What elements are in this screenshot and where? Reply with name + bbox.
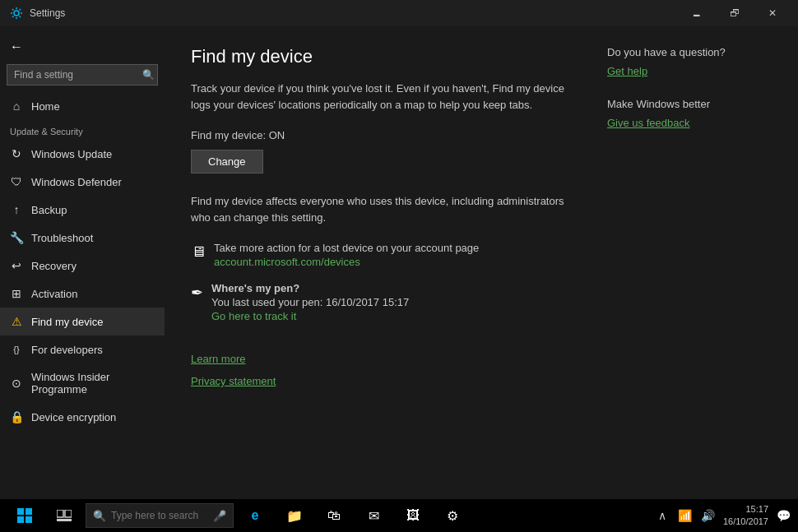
backup-icon: ↑ xyxy=(10,203,23,216)
task-view-icon xyxy=(57,510,72,521)
sidebar: ← 🔍 ⌂ Home Update & Security ↻ Windows U… xyxy=(0,26,165,499)
svg-rect-7 xyxy=(57,519,72,521)
account-action-content: Take more action for a lost device on yo… xyxy=(214,242,479,269)
back-button[interactable]: ← xyxy=(0,33,165,61)
sidebar-item-backup-label: Backup xyxy=(31,204,67,216)
learn-more-link[interactable]: Learn more xyxy=(191,353,574,365)
account-action-text: Take more action for a lost device on yo… xyxy=(214,242,479,254)
taskbar-search-icon: 🔍 xyxy=(93,510,106,522)
svg-rect-6 xyxy=(65,510,72,517)
sidebar-section-label: Update & Security xyxy=(0,120,165,140)
right-feedback-title: Make Windows better xyxy=(607,98,772,110)
close-button[interactable]: ✕ xyxy=(754,0,791,26)
svg-rect-4 xyxy=(26,516,32,523)
taskbar-time-value: 15:17 xyxy=(723,503,768,516)
taskbar-left: 🔍 🎤 e 📁 🛍 ✉ 🖼 ⚙ xyxy=(7,499,471,532)
sidebar-item-windows-defender-label: Windows Defender xyxy=(31,176,122,188)
sidebar-item-find-my-device-label: Find my device xyxy=(31,316,103,328)
sidebar-item-windows-update-label: Windows Update xyxy=(31,148,112,160)
taskbar-right: ∧ 📶 🔊 15:17 16/10/2017 💬 xyxy=(654,503,791,529)
start-button[interactable] xyxy=(7,499,43,532)
store-button[interactable]: 🛍 xyxy=(316,499,352,532)
search-icon: 🔍 xyxy=(142,69,155,81)
sidebar-item-troubleshoot[interactable]: 🔧 Troubleshoot xyxy=(0,224,165,252)
edge-button[interactable]: e xyxy=(237,499,273,532)
windows-defender-icon: 🛡 xyxy=(10,175,23,188)
sidebar-item-recovery[interactable]: ↩ Recovery xyxy=(0,252,165,280)
svg-rect-3 xyxy=(17,516,24,523)
find-my-device-icon: ⚠ xyxy=(10,315,23,328)
taskbar-search-box[interactable]: 🔍 🎤 xyxy=(86,503,234,528)
device-status: Find my device: ON xyxy=(191,129,574,141)
settings-logo-icon xyxy=(10,7,23,20)
content-area: Find my device Track your device if you … xyxy=(165,26,798,499)
windows-insider-icon: ⊙ xyxy=(10,377,23,390)
sidebar-item-activation-label: Activation xyxy=(31,288,77,300)
right-question-title: Do you have a question? xyxy=(607,46,772,58)
right-feedback-section: Make Windows better Give us feedback xyxy=(607,98,772,130)
give-feedback-link[interactable]: Give us feedback xyxy=(607,117,689,129)
sidebar-item-windows-insider[interactable]: ⊙ Windows Insider Programme xyxy=(0,363,165,403)
taskbar-date-value: 16/10/2017 xyxy=(723,516,768,528)
recovery-icon: ↩ xyxy=(10,259,23,272)
pen-title: Where's my pen? xyxy=(211,282,409,294)
taskbar-network-icon[interactable]: 📶 xyxy=(677,507,694,524)
sidebar-item-backup[interactable]: ↑ Backup xyxy=(0,196,165,224)
minimize-button[interactable]: 🗕 xyxy=(678,0,716,26)
content-main: Find my device Track your device if you … xyxy=(191,46,574,479)
taskbar-volume-icon[interactable]: 🔊 xyxy=(700,507,717,524)
svg-rect-5 xyxy=(57,510,63,517)
home-icon: ⌂ xyxy=(10,99,23,113)
sidebar-item-device-encryption-label: Device encryption xyxy=(31,411,116,423)
device-encryption-icon: 🔒 xyxy=(10,410,23,423)
pen-section: Where's my pen? You last used your pen: … xyxy=(211,282,409,323)
account-link[interactable]: account.microsoft.com/devices xyxy=(214,256,360,268)
title-bar-controls: 🗕 🗗 ✕ xyxy=(678,0,791,26)
title-bar: Settings 🗕 🗗 ✕ xyxy=(0,0,798,26)
svg-rect-2 xyxy=(26,508,32,515)
account-action-icon: 🖥 xyxy=(191,243,206,261)
maximize-button[interactable]: 🗗 xyxy=(716,0,754,26)
get-help-link[interactable]: Get help xyxy=(607,65,647,77)
search-input[interactable] xyxy=(7,64,158,86)
sidebar-item-for-developers-label: For developers xyxy=(31,344,103,356)
taskbar-chevron-icon[interactable]: ∧ xyxy=(654,507,670,524)
troubleshoot-icon: 🔧 xyxy=(10,231,23,244)
taskbar: 🔍 🎤 e 📁 🛍 ✉ 🖼 ⚙ ∧ 📶 🔊 15:17 16/10/2017 💬 xyxy=(0,499,798,532)
taskbar-search-input[interactable] xyxy=(111,510,208,521)
privacy-statement-link[interactable]: Privacy statement xyxy=(191,375,574,387)
page-title: Find my device xyxy=(191,46,574,67)
affects-text: Find my device affects everyone who uses… xyxy=(191,193,574,225)
taskbar-microphone-icon: 🎤 xyxy=(213,510,226,522)
pen-last-used: You last used your pen: 16/10/2017 15:17 xyxy=(211,296,409,308)
notifications-icon[interactable]: 💬 xyxy=(775,507,791,524)
content-right: Do you have a question? Get help Make Wi… xyxy=(607,46,772,479)
sidebar-item-windows-update[interactable]: ↻ Windows Update xyxy=(0,140,165,168)
sidebar-item-windows-defender[interactable]: 🛡 Windows Defender xyxy=(0,168,165,196)
sidebar-item-home-label: Home xyxy=(31,100,60,113)
mail-button[interactable]: ✉ xyxy=(355,499,392,532)
svg-point-0 xyxy=(14,11,19,16)
search-box: 🔍 xyxy=(7,64,158,86)
file-explorer-icon: 📁 xyxy=(286,508,303,524)
task-view-button[interactable] xyxy=(46,499,82,532)
photos-button[interactable]: 🖼 xyxy=(395,499,431,532)
sidebar-item-device-encryption[interactable]: 🔒 Device encryption xyxy=(0,403,165,431)
pen-track-link[interactable]: Go here to track it xyxy=(211,310,296,322)
main-area: ← 🔍 ⌂ Home Update & Security ↻ Windows U… xyxy=(0,26,798,499)
taskbar-datetime: 15:17 16/10/2017 xyxy=(723,503,768,529)
right-question-section: Do you have a question? Get help xyxy=(607,46,772,78)
change-button[interactable]: Change xyxy=(191,150,263,173)
sidebar-item-home[interactable]: ⌂ Home xyxy=(0,92,165,120)
sidebar-item-for-developers[interactable]: {} For developers xyxy=(0,335,165,363)
sidebar-item-find-my-device[interactable]: ⚠ Find my device xyxy=(0,308,165,335)
sidebar-item-windows-insider-label: Windows Insider Programme xyxy=(31,371,155,396)
settings-taskbar-button[interactable]: ⚙ xyxy=(434,499,471,532)
sidebar-item-activation[interactable]: ⊞ Activation xyxy=(0,280,165,308)
svg-rect-1 xyxy=(17,508,24,515)
account-action-row: 🖥 Take more action for a lost device on … xyxy=(191,242,574,269)
windows-update-icon: ↻ xyxy=(10,147,23,160)
file-explorer-button[interactable]: 📁 xyxy=(276,499,313,532)
pen-icon: ✒ xyxy=(191,284,203,302)
back-icon: ← xyxy=(10,39,23,54)
